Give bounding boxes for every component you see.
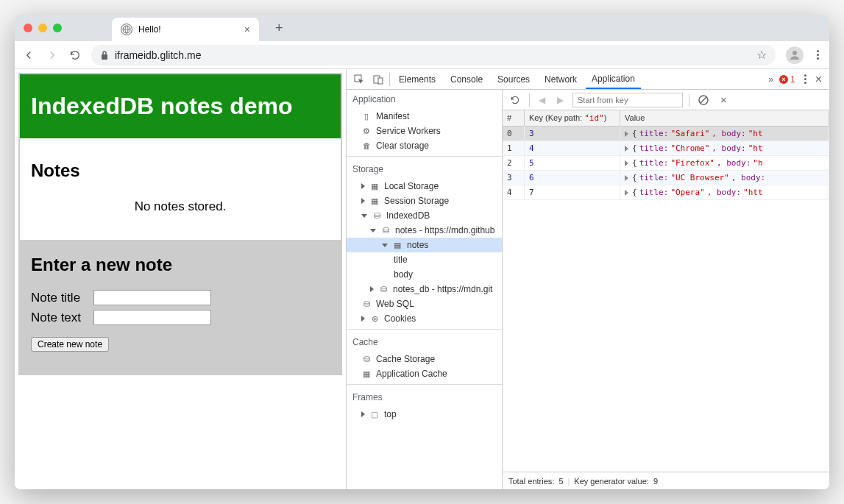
maximize-window-button[interactable]	[53, 24, 62, 32]
prev-page-icon[interactable]: ◀	[536, 95, 548, 105]
expand-icon[interactable]	[625, 146, 628, 152]
lock-icon	[100, 50, 109, 60]
new-tab-button[interactable]: +	[275, 21, 283, 36]
sidebar-item-index-body[interactable]: body	[347, 267, 502, 282]
close-window-button[interactable]	[24, 24, 32, 32]
table-icon: ▦	[369, 182, 380, 191]
back-button[interactable]	[22, 49, 35, 62]
expand-icon	[361, 198, 365, 204]
device-toolbar-icon[interactable]	[370, 74, 386, 85]
expand-icon	[361, 183, 365, 189]
sidebar-item-websql[interactable]: ⛁Web SQL	[347, 297, 502, 311]
separator: |	[568, 477, 570, 486]
table-row[interactable]: 25{title: "Firefox", body: "h	[503, 156, 829, 171]
browser-menu-button[interactable]	[814, 47, 822, 63]
sidebar-item-store-notes[interactable]: ▦notes	[347, 238, 502, 252]
sidebar-item-frame-top[interactable]: ▢top	[347, 407, 502, 422]
tab-application[interactable]: Application	[586, 70, 641, 89]
tab-network[interactable]: Network	[539, 70, 583, 89]
profile-avatar[interactable]	[786, 46, 804, 64]
error-indicator[interactable]: × 1	[779, 74, 795, 85]
section-storage: Storage	[347, 160, 502, 179]
tab-close-icon[interactable]: ×	[244, 24, 250, 35]
col-index[interactable]: #	[503, 110, 525, 126]
cell-key: 7	[525, 185, 620, 199]
table-icon: ▦	[392, 241, 403, 250]
browser-window: Hello! × + iframeidb.glitch.me ☆ Indexed…	[15, 15, 829, 489]
cell-key: 6	[525, 171, 620, 185]
col-key[interactable]: Key (Key path: "id")	[525, 110, 620, 126]
separator	[689, 93, 689, 107]
gear-icon: ⚙	[361, 127, 372, 136]
table-row[interactable]: 47{title: "Opera", body: "htt	[503, 185, 829, 200]
devtools-panel: Elements Console Sources Network Applica…	[346, 69, 829, 489]
close-devtools-icon[interactable]: ×	[812, 73, 825, 86]
inspect-element-icon[interactable]	[351, 74, 367, 85]
devtools-menu-button[interactable]	[801, 71, 809, 87]
col-value[interactable]: Value	[620, 110, 829, 126]
cell-index: 0	[503, 127, 525, 141]
more-tabs-icon[interactable]: »	[765, 74, 776, 85]
sidebar-item-service-workers[interactable]: ⚙Service Workers	[347, 124, 502, 138]
expand-icon[interactable]	[625, 190, 628, 196]
sidebar-item-db-notes[interactable]: ⛁notes - https://mdn.github	[347, 223, 502, 238]
sidebar-item-app-cache[interactable]: ▦Application Cache	[347, 366, 502, 381]
section-cache: Cache	[347, 333, 502, 352]
minimize-window-button[interactable]	[38, 24, 47, 32]
reload-button[interactable]	[69, 49, 81, 61]
note-text-input[interactable]	[93, 310, 211, 325]
table-row[interactable]: 14{title: "Chrome", body: "ht	[503, 141, 829, 156]
note-title-label: Note title	[31, 291, 93, 305]
key-generator-value: 9	[653, 477, 658, 486]
note-title-input[interactable]	[93, 290, 211, 305]
idb-table: # Key (Key path: "id") Value 03{title: "…	[503, 110, 829, 472]
sidebar-item-index-title[interactable]: title	[347, 252, 502, 267]
tab-sources[interactable]: Sources	[492, 70, 536, 89]
application-sidebar: Application ▯Manifest ⚙Service Workers 🗑…	[347, 90, 503, 489]
globe-icon	[121, 24, 132, 35]
delete-selected-icon[interactable]: ×	[717, 93, 730, 106]
cookie-icon: ⊛	[369, 314, 380, 324]
sidebar-item-cookies[interactable]: ⊛Cookies	[347, 311, 502, 326]
bookmark-star-icon[interactable]: ☆	[756, 48, 767, 62]
expand-icon[interactable]	[625, 175, 628, 181]
cell-key: 5	[525, 156, 620, 170]
start-key-input[interactable]	[572, 93, 683, 107]
sidebar-item-cache-storage[interactable]: ⛁Cache Storage	[347, 352, 502, 366]
sidebar-item-clear-storage[interactable]: 🗑Clear storage	[347, 138, 502, 153]
forward-button[interactable]	[46, 49, 59, 62]
browser-tab[interactable]: Hello! ×	[112, 18, 259, 41]
sidebar-item-session-storage[interactable]: ▦Session Storage	[347, 194, 502, 208]
next-page-icon[interactable]: ▶	[554, 95, 567, 105]
expand-icon[interactable]	[625, 160, 628, 166]
form-heading: Enter a new note	[31, 255, 330, 275]
address-bar[interactable]: iframeidb.glitch.me ☆	[91, 45, 776, 65]
sidebar-item-manifest[interactable]: ▯Manifest	[347, 109, 502, 124]
table-row[interactable]: 36{title: "UC Browser", body:	[503, 171, 829, 185]
sidebar-item-local-storage[interactable]: ▦Local Storage	[347, 179, 502, 194]
error-icon: ×	[779, 75, 788, 84]
expand-icon	[370, 286, 374, 292]
database-icon: ⛁	[372, 211, 382, 221]
table-icon: ▦	[361, 369, 372, 379]
create-note-button[interactable]: Create new note	[31, 337, 109, 352]
refresh-icon[interactable]	[507, 95, 523, 105]
page-header: IndexedDB notes demo	[20, 74, 341, 138]
tab-elements[interactable]: Elements	[393, 70, 441, 89]
sidebar-item-indexeddb[interactable]: ⛁IndexedDB	[347, 208, 502, 223]
table-header: # Key (Key path: "id") Value	[503, 110, 829, 127]
tab-console[interactable]: Console	[444, 70, 489, 89]
clear-store-icon[interactable]	[695, 95, 712, 105]
svg-rect-3	[102, 54, 107, 60]
devtools-tabs: Elements Console Sources Network Applica…	[347, 69, 829, 90]
total-entries-value: 5	[558, 477, 563, 486]
cell-index: 3	[503, 171, 525, 185]
devtools-body: Application ▯Manifest ⚙Service Workers 🗑…	[347, 90, 829, 489]
cell-key: 4	[525, 141, 620, 155]
table-row[interactable]: 03{title: "Safari", body: "ht	[503, 127, 829, 141]
sidebar-item-db-notesdb[interactable]: ⛁notes_db - https://mdn.git	[347, 282, 502, 297]
document-icon: ▯	[361, 112, 372, 121]
section-frames: Frames	[347, 388, 502, 407]
tab-title: Hello!	[138, 24, 238, 35]
expand-icon[interactable]	[625, 131, 628, 137]
